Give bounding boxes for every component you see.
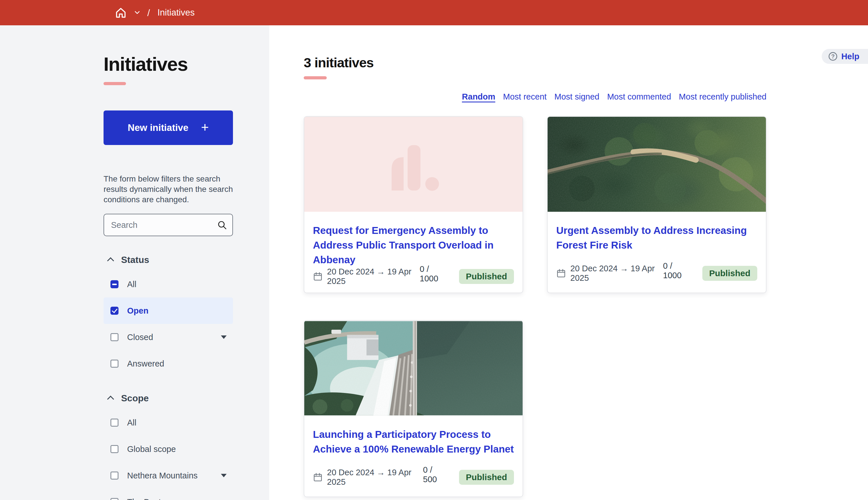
caret-down-icon[interactable] <box>221 474 227 477</box>
initiatives-grid: Request for Emergency Assembly to Addres… <box>304 116 766 497</box>
signature-count: 0 / 500 <box>423 465 447 484</box>
checkbox-unchecked[interactable] <box>111 419 118 427</box>
signature-count: 0 / 1000 <box>420 264 446 283</box>
scope-filter-section: Scope All Global scope Nethera Mountains <box>104 393 233 500</box>
search-icon <box>217 220 227 231</box>
filter-option-scope-nethera-mountains[interactable]: Nethera Mountains <box>104 462 233 489</box>
initiative-title[interactable]: Launching a Participatory Process to Ach… <box>313 427 514 457</box>
calendar-icon <box>556 268 566 279</box>
initiative-dates: 20 Dec 2024 → 19 Apr 2025 <box>327 468 423 487</box>
question-mark-icon: ? <box>829 52 837 61</box>
checkbox-unchecked[interactable] <box>111 360 118 368</box>
home-icon[interactable] <box>115 6 127 19</box>
breadcrumb-current: Initiatives <box>157 8 194 18</box>
initiative-title[interactable]: Request for Emergency Assembly to Addres… <box>313 223 514 267</box>
sort-most-recently-published[interactable]: Most recently published <box>679 92 766 102</box>
new-initiative-button[interactable]: New initiative + <box>104 111 233 145</box>
signature-count: 0 / 1000 <box>663 261 690 280</box>
initiative-dates: 20 Dec 2024 → 19 Apr 2025 <box>570 264 663 283</box>
status-section-toggle[interactable]: Status <box>104 254 233 265</box>
filter-option-scope-global[interactable]: Global scope <box>104 436 233 462</box>
status-badge: Published <box>702 266 757 281</box>
search-box <box>104 214 233 236</box>
filter-option-status-answered[interactable]: Answered <box>104 350 233 377</box>
plus-icon: + <box>201 120 209 135</box>
help-button[interactable]: ? Help <box>822 49 868 64</box>
status-filter-section: Status All Open Closed Answe <box>104 254 233 377</box>
results-count-heading: 3 initiatives <box>304 55 868 70</box>
breadcrumb-separator: / <box>147 7 150 19</box>
checkbox-unchecked[interactable] <box>111 471 118 480</box>
initiative-meta: 20 Dec 2024 → 19 Apr 2025 0 / 1000 Publi… <box>556 264 757 283</box>
checkbox-checked[interactable] <box>111 307 118 315</box>
checkbox-indeterminate[interactable] <box>111 280 118 288</box>
sort-options: Random Most recent Most signed Most comm… <box>304 92 766 102</box>
title-accent-bar <box>104 82 126 85</box>
status-badge: Published <box>459 470 514 485</box>
chevron-down-icon[interactable] <box>135 11 140 14</box>
initiative-dates: 20 Dec 2024 → 19 Apr 2025 <box>327 267 420 286</box>
caret-down-icon[interactable] <box>221 336 227 339</box>
initiative-meta: 20 Dec 2024 → 19 Apr 2025 0 / 500 Publis… <box>313 468 514 487</box>
filter-option-status-all[interactable]: All <box>104 271 233 297</box>
checkbox-unchecked[interactable] <box>111 445 118 453</box>
status-section-title: Status <box>121 254 149 265</box>
filters-sidebar: Initiatives New initiative + The form be… <box>0 25 269 500</box>
status-badge: Published <box>459 269 514 284</box>
search-input[interactable] <box>104 214 233 236</box>
sort-most-recent[interactable]: Most recent <box>503 92 547 102</box>
bar-chart-logo-icon <box>304 117 523 212</box>
checkbox-unchecked[interactable] <box>111 498 118 500</box>
filter-option-scope-the-dust[interactable]: The Dust <box>104 489 233 500</box>
breadcrumb-bar: / Initiatives <box>0 0 868 25</box>
sort-most-commented[interactable]: Most commented <box>607 92 671 102</box>
scope-section-title: Scope <box>121 393 149 404</box>
initiative-image-placeholder <box>304 117 523 212</box>
calendar-icon <box>313 271 323 282</box>
sort-random[interactable]: Random <box>462 92 495 102</box>
checkbox-unchecked[interactable] <box>111 333 118 341</box>
initiative-image-dam <box>304 321 523 416</box>
new-initiative-label: New initiative <box>128 122 188 133</box>
chevron-up-icon <box>107 258 114 264</box>
help-label: Help <box>841 52 859 61</box>
filter-option-scope-all[interactable]: All <box>104 409 233 436</box>
results-area: ? Help 3 initiatives Random Most recent … <box>269 25 868 500</box>
filter-option-status-open[interactable]: Open <box>104 297 233 324</box>
initiative-card[interactable]: Request for Emergency Assembly to Addres… <box>304 116 523 293</box>
initiative-card[interactable]: Urgent Assembly to Address Increasing Fo… <box>547 116 766 293</box>
initiative-title[interactable]: Urgent Assembly to Address Increasing Fo… <box>556 223 757 253</box>
calendar-icon <box>313 472 323 482</box>
page-title: Initiatives <box>104 53 233 75</box>
chevron-up-icon <box>107 396 114 403</box>
initiative-meta: 20 Dec 2024 → 19 Apr 2025 0 / 1000 Publi… <box>313 267 514 286</box>
initiative-card[interactable]: Launching a Participatory Process to Ach… <box>304 320 523 497</box>
filter-option-status-closed[interactable]: Closed <box>104 324 233 350</box>
heading-accent-bar <box>304 76 327 79</box>
sort-most-signed[interactable]: Most signed <box>555 92 599 102</box>
initiative-image-forest <box>547 117 766 212</box>
scope-section-toggle[interactable]: Scope <box>104 393 233 404</box>
filter-description: The form below filters the search result… <box>104 174 233 205</box>
